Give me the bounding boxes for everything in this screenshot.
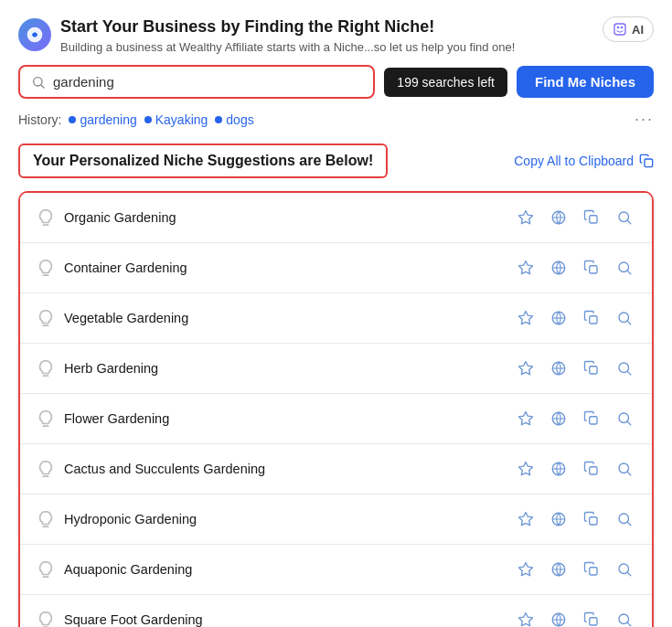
niche-actions <box>511 303 639 333</box>
find-niches-button[interactable]: Find Me Niches <box>517 66 654 98</box>
bulb-icon <box>33 506 59 532</box>
bulb-icon <box>33 255 59 281</box>
niche-name: Hydroponic Gardening <box>64 512 511 526</box>
bulb-icon <box>33 456 59 482</box>
niche-actions <box>511 203 639 232</box>
bulb-icon <box>33 205 59 230</box>
star-button[interactable] <box>511 505 540 534</box>
niche-actions <box>511 404 639 433</box>
history-more-button[interactable]: ··· <box>635 110 654 129</box>
copy-item-button[interactable] <box>577 404 606 433</box>
niche-item: Container Gardening <box>20 243 652 293</box>
search-item-button[interactable] <box>610 454 639 484</box>
niche-item: Square Foot Gardening <box>20 595 652 627</box>
star-button[interactable] <box>511 354 540 383</box>
svg-marker-50 <box>519 513 533 526</box>
svg-marker-43 <box>519 462 533 475</box>
search-row: 199 searches left Find Me Niches <box>18 65 654 99</box>
niche-name: Square Foot Gardening <box>64 612 511 627</box>
niche-list: Organic Gardening <box>18 191 654 627</box>
history-dot-1 <box>69 116 76 123</box>
star-button[interactable] <box>511 555 540 584</box>
bulb-icon <box>33 557 59 582</box>
niche-item: Herb Gardening <box>20 344 652 394</box>
svg-line-55 <box>627 523 630 526</box>
traffic-button[interactable] <box>544 605 573 627</box>
history-item-dogs[interactable]: dogs <box>215 112 253 127</box>
copy-item-button[interactable] <box>577 505 606 534</box>
copy-item-button[interactable] <box>577 454 606 484</box>
bulb-icon <box>33 356 59 381</box>
history-item-gardening[interactable]: gardening <box>69 112 136 127</box>
svg-rect-53 <box>590 517 597 525</box>
page-subtitle: Building a business at Wealthy Affiliate… <box>60 40 515 54</box>
traffic-button[interactable] <box>544 505 573 534</box>
niche-name: Aquaponic Gardening <box>64 562 511 577</box>
star-button[interactable] <box>511 404 540 433</box>
svg-line-34 <box>627 372 630 375</box>
svg-rect-11 <box>590 216 597 223</box>
bulb-icon <box>33 406 59 431</box>
search-item-button[interactable] <box>610 605 639 627</box>
niche-actions <box>511 555 639 584</box>
traffic-button[interactable] <box>544 253 573 282</box>
star-button[interactable] <box>511 253 540 282</box>
svg-marker-36 <box>519 412 533 425</box>
copy-item-button[interactable] <box>577 203 606 232</box>
search-item-button[interactable] <box>610 505 639 534</box>
star-button[interactable] <box>511 203 540 232</box>
header-text: Start Your Business by Finding the Right… <box>60 16 515 54</box>
search-item-button[interactable] <box>610 203 639 232</box>
copy-item-button[interactable] <box>577 303 606 333</box>
svg-rect-67 <box>590 618 597 625</box>
search-item-button[interactable] <box>610 354 639 383</box>
copy-item-button[interactable] <box>577 605 606 627</box>
svg-marker-29 <box>519 362 533 375</box>
svg-rect-32 <box>590 367 597 374</box>
svg-point-1 <box>33 33 37 37</box>
svg-point-3 <box>617 27 620 29</box>
svg-rect-25 <box>590 316 597 324</box>
history-dot-3 <box>215 116 222 123</box>
copy-item-button[interactable] <box>577 555 606 584</box>
niche-actions <box>511 454 639 484</box>
niche-actions <box>511 253 639 282</box>
searches-left-badge: 199 searches left <box>384 68 507 97</box>
copy-item-button[interactable] <box>577 354 606 383</box>
traffic-button[interactable] <box>544 303 573 333</box>
search-item-button[interactable] <box>610 555 639 584</box>
niche-name: Vegetable Gardening <box>64 311 511 325</box>
star-button[interactable] <box>511 454 540 484</box>
ai-badge: AI <box>603 16 654 42</box>
niche-item: Vegetable Gardening <box>20 293 652 344</box>
niche-item: Flower Gardening <box>20 394 652 444</box>
svg-line-20 <box>627 271 630 274</box>
suggestions-title: Your Personalized Niche Suggestions are … <box>18 143 388 178</box>
copy-all-button[interactable]: Copy All to Clipboard <box>514 154 654 168</box>
star-button[interactable] <box>511 605 540 627</box>
history-item-kayaking[interactable]: Kayaking <box>144 112 208 127</box>
svg-line-62 <box>627 573 630 576</box>
copy-icon <box>639 154 654 168</box>
niche-item: Cactus and Succulents Gardening <box>20 444 652 494</box>
svg-line-69 <box>627 623 630 626</box>
traffic-button[interactable] <box>544 203 573 232</box>
page-title: Start Your Business by Finding the Right… <box>60 16 515 37</box>
traffic-button[interactable] <box>544 354 573 383</box>
star-button[interactable] <box>511 303 540 333</box>
search-item-button[interactable] <box>610 404 639 433</box>
copy-item-button[interactable] <box>577 253 606 282</box>
search-box[interactable] <box>18 65 375 99</box>
search-input[interactable] <box>53 74 362 90</box>
svg-marker-8 <box>519 211 533 224</box>
traffic-button[interactable] <box>544 404 573 433</box>
header-left: Start Your Business by Finding the Right… <box>18 16 515 54</box>
traffic-button[interactable] <box>544 454 573 484</box>
search-item-button[interactable] <box>610 253 639 282</box>
traffic-button[interactable] <box>544 555 573 584</box>
niche-name: Container Gardening <box>64 260 511 275</box>
suggestions-header: Your Personalized Niche Suggestions are … <box>18 143 654 178</box>
niche-name: Flower Gardening <box>64 411 511 426</box>
svg-line-13 <box>627 221 630 224</box>
search-item-button[interactable] <box>610 303 639 333</box>
